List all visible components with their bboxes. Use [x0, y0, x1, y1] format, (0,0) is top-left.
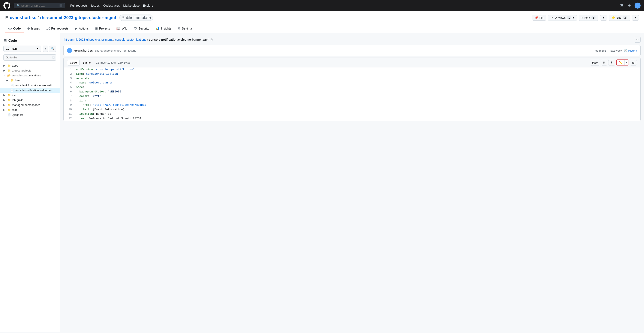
code-line: 6 backgroundColor: '#EE0000'	[64, 90, 640, 94]
edit-button-group: ✏️ ▾	[616, 59, 629, 65]
nav-marketplace[interactable]: Marketplace	[123, 4, 140, 7]
pin-button[interactable]: 📌 Pin	[532, 15, 546, 20]
line-number: 2	[64, 72, 74, 76]
search-bar[interactable]: 🔍 /	[14, 3, 65, 8]
branch-icon: ⎇	[6, 47, 10, 50]
add-file-button[interactable]: +	[43, 45, 48, 52]
new-item-button[interactable]	[627, 3, 632, 8]
breadcrumb-repo-link[interactable]: rht-summit-2023-gitops-cluster-mgmt	[64, 38, 113, 41]
list-item[interactable]: ▶ 📄 console-link.workshop-reposit...	[0, 83, 60, 88]
download-button[interactable]: ⬇	[608, 60, 615, 65]
repo-breadcrumb: evanshortiss / rht-summit-2023-gitops-cl…	[5, 14, 153, 21]
tab-security[interactable]: 🛡 Security	[131, 25, 152, 33]
list-item[interactable]: ▶ 📁 html	[0, 78, 60, 83]
line-number: 7	[64, 94, 74, 99]
branch-dropdown-button[interactable]: ⎇ main ▾	[4, 45, 41, 52]
tab-issues[interactable]: ⊙ Issues	[24, 24, 43, 33]
tab-settings[interactable]: ⚙ Settings	[175, 24, 196, 33]
tab-wiki[interactable]: 📖 Wiki	[113, 24, 130, 33]
pin-icon: 📌	[535, 16, 538, 19]
breadcrumb-dir-link[interactable]: console-customisations	[115, 38, 146, 41]
commit-message: chore: undo changes from testing	[95, 49, 136, 52]
fork-dropdown-button[interactable]: ▾	[600, 15, 607, 20]
file-name: console-customisations	[12, 74, 41, 77]
edit-dropdown-button[interactable]: ▾	[624, 60, 628, 65]
edit-file-button[interactable]: ✏️	[616, 60, 624, 65]
repo-owner-link[interactable]: evanshortiss	[10, 15, 36, 20]
line-content: metadata:	[74, 76, 94, 81]
chevron-down-icon: ▾	[4, 74, 6, 77]
line-number: 4	[64, 81, 74, 85]
fork-icon: ⑂	[582, 16, 583, 19]
breadcrumb-file: console-notification.welcome-banner.yaml	[149, 38, 209, 41]
user-avatar[interactable]	[634, 2, 640, 8]
chevron-right-icon: ▶	[4, 99, 6, 101]
copy-icon: ⎘	[603, 61, 605, 64]
star-button[interactable]: ⭐ Star 2	[609, 15, 630, 21]
code-line: 2 kind: ConsoleNotification	[64, 72, 640, 76]
top-nav-links: Pull requests Issues Codespaces Marketpl…	[70, 4, 153, 7]
actions-tab-icon: ▶	[75, 26, 78, 30]
branch-name: main	[11, 47, 17, 50]
copy-raw-button[interactable]: ⎘	[601, 60, 607, 65]
file-name: html	[15, 79, 20, 82]
raw-button[interactable]: Raw	[590, 60, 600, 65]
copy-path-button[interactable]: ⎘	[210, 37, 213, 42]
sidebar-toggle-icon[interactable]: ⊞	[4, 38, 7, 43]
file-breadcrumb: rht-summit-2023-gitops-cluster-mgmt / co…	[64, 36, 640, 45]
code-toolbar: Code Blame 12 lines (12 loc) · 289 Bytes…	[64, 58, 640, 67]
line-number: 12	[64, 116, 74, 121]
nav-pull-requests[interactable]: Pull requests	[70, 4, 88, 7]
tab-code-view[interactable]: Code	[67, 60, 80, 65]
security-tab-icon: 🛡	[134, 27, 137, 30]
folder-icon: 📁	[7, 98, 11, 102]
search-files-button[interactable]: 🔍	[49, 45, 56, 52]
topnav-right-actions	[619, 2, 640, 8]
list-item[interactable]: ▶ 📁 etc	[0, 93, 60, 98]
list-item[interactable]: ▾ 📂 console-customisations	[0, 73, 60, 78]
github-logo-icon[interactable]	[4, 2, 10, 9]
star-dropdown-button[interactable]: ▾	[632, 15, 639, 20]
tab-code[interactable]: <> Code	[5, 25, 24, 33]
nav-codespaces[interactable]: Codespaces	[103, 4, 120, 7]
pencil-icon: ✏️	[619, 61, 622, 64]
list-item[interactable]: ▶ 📁 lab-guide	[0, 98, 60, 102]
line-content: color: '#fff'	[74, 94, 104, 99]
list-item[interactable]: ▶ 📁 argocd-projects	[0, 68, 60, 73]
commit-info-bar: evanshortiss chore: undo changes from te…	[64, 45, 640, 56]
line-content: kind: ConsoleNotification	[74, 72, 121, 76]
list-item[interactable]: ▶ 📁 managed-namespaces	[0, 102, 60, 107]
tab-insights[interactable]: 📊 Insights	[152, 24, 174, 33]
commit-time: last week	[610, 49, 622, 52]
file-name: .gitignore	[12, 113, 23, 116]
pr-tab-icon: ⎇	[46, 26, 50, 30]
tab-pull-requests[interactable]: ⎇ Pull requests	[43, 24, 72, 33]
list-item[interactable]: ▶ 📄 .gitignore	[0, 112, 60, 117]
list-item[interactable]: ▶ 📄 console-notification.welcome-...	[0, 88, 60, 93]
codescan-button[interactable]: ⊟	[630, 60, 637, 65]
tab-blame-view[interactable]: Blame	[80, 60, 94, 65]
notifications-button[interactable]	[619, 3, 624, 8]
fork-button[interactable]: ⑂ Fork 1	[579, 15, 598, 21]
code-line: 12 text: Welcome to Red Hat Summit 2023!	[64, 116, 640, 121]
history-button[interactable]: 🕐 History	[624, 49, 637, 52]
code-line: 10 text: (Event Information)	[64, 107, 640, 112]
file-icon: 📄	[7, 113, 11, 116]
list-item[interactable]: ▶ 📁 apps	[0, 63, 60, 68]
tab-projects[interactable]: ⊞ Projects	[92, 24, 113, 33]
file-name: etc	[12, 93, 16, 97]
go-to-file-input[interactable]	[4, 54, 56, 60]
chevron-right-icon: ▶	[4, 94, 6, 96]
nav-explore[interactable]: Explore	[143, 4, 153, 7]
line-number: 10	[64, 107, 74, 112]
tab-actions[interactable]: ▶ Actions	[72, 24, 92, 33]
list-item[interactable]: ▶ 📁 rbac	[0, 107, 60, 112]
search-input[interactable]	[21, 4, 58, 7]
repo-name-link[interactable]: rht-summit-2023-gitops-cluster-mgmt	[40, 15, 116, 20]
nav-issues[interactable]: Issues	[91, 4, 100, 7]
line-content: apiVersion: console.openshift.io/v1	[74, 67, 138, 72]
unwatch-button[interactable]: 👁 Unwatch 1 ▾	[548, 15, 577, 21]
more-options-button[interactable]: ···	[634, 36, 640, 42]
folder-open-icon: 📂	[7, 74, 11, 77]
file-name: console-notification.welcome-...	[15, 89, 54, 92]
